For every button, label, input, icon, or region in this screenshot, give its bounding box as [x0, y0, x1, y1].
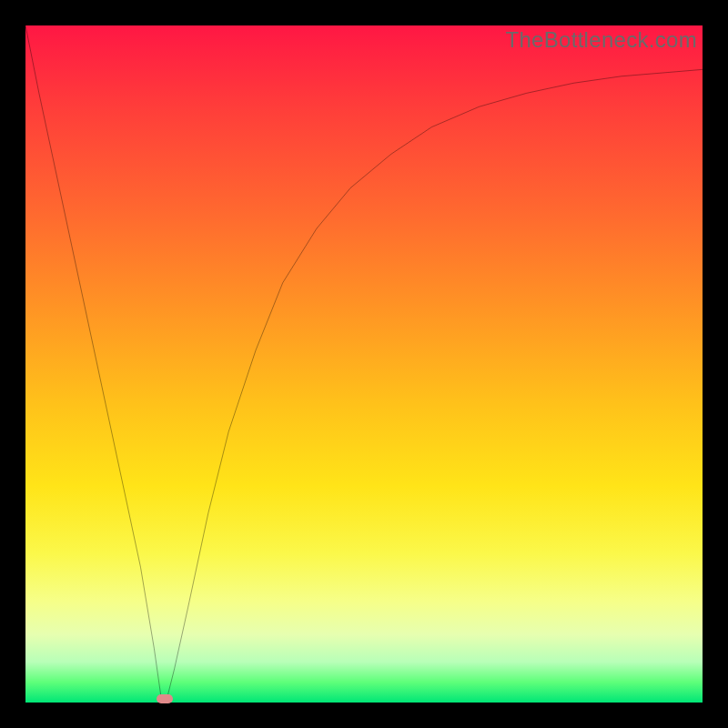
- optimum-marker: [157, 694, 173, 703]
- curve-path: [25, 25, 703, 696]
- plot-area: TheBottleneck.com: [25, 25, 703, 703]
- chart-frame: TheBottleneck.com: [0, 0, 728, 728]
- bottleneck-curve: [25, 25, 703, 703]
